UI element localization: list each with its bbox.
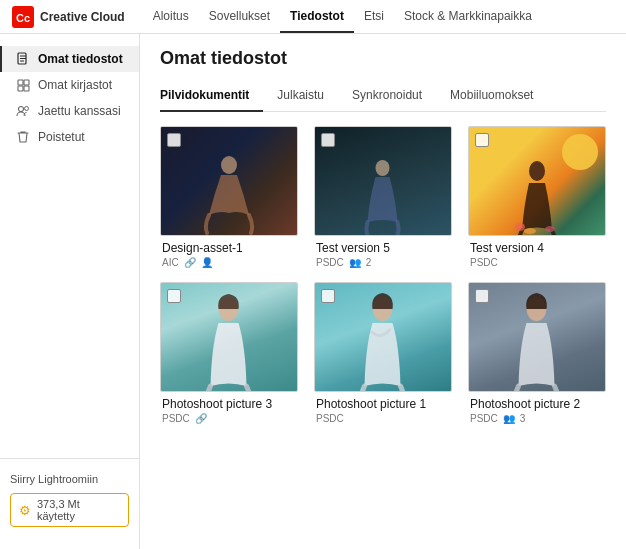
file-meta-2: PSDC 👥 2 bbox=[316, 257, 450, 268]
user-count-2: 2 bbox=[366, 257, 372, 268]
sidebar-bottom: Siirry Lightroomiin ⚙ 373,3 Mt käytetty bbox=[0, 458, 139, 537]
thumbnail-5[interactable] bbox=[314, 282, 452, 392]
svg-rect-3 bbox=[18, 80, 23, 85]
tab-synkronoidut[interactable]: Synkronoidut bbox=[338, 82, 436, 112]
file-meta-5: PSDC bbox=[316, 413, 450, 424]
card-info-3: Test version 4 PSDC bbox=[468, 236, 606, 268]
select-checkbox-2[interactable] bbox=[321, 133, 335, 147]
file-type-6: PSDC bbox=[470, 413, 498, 424]
shared-icon bbox=[16, 104, 30, 118]
storage-badge[interactable]: ⚙ 373,3 Mt käytetty bbox=[10, 493, 129, 527]
svg-point-8 bbox=[25, 107, 29, 111]
select-checkbox-4[interactable] bbox=[167, 289, 181, 303]
file-card-2: Test version 5 PSDC 👥 2 bbox=[314, 126, 452, 268]
files-grid: Design-asset-1 AIC 🔗 👤 bbox=[160, 126, 606, 424]
layout: Omat tiedostot Omat kirjastot Jaettu kan… bbox=[0, 34, 626, 549]
link-icon-1: 🔗 bbox=[184, 257, 196, 268]
card-info-5: Photoshoot picture 1 PSDC bbox=[314, 392, 452, 424]
top-nav: Cc Creative Cloud Aloitus Sovellukset Ti… bbox=[0, 0, 626, 34]
thumbnail-2[interactable] bbox=[314, 126, 452, 236]
main-content: Omat tiedostot Pilvidokumentit Julkaistu… bbox=[140, 34, 626, 549]
cc-logo-icon: Cc bbox=[12, 6, 34, 28]
file-type-1: AIC bbox=[162, 257, 179, 268]
select-checkbox-3[interactable] bbox=[475, 133, 489, 147]
thumbnail-3[interactable] bbox=[468, 126, 606, 236]
file-meta-3: PSDC bbox=[470, 257, 604, 268]
file-card-5: Photoshoot picture 1 PSDC bbox=[314, 282, 452, 424]
card-info-4: Photoshoot picture 3 PSDC 🔗 bbox=[160, 392, 298, 424]
brand[interactable]: Cc Creative Cloud bbox=[12, 6, 125, 28]
users-icon-6: 👥 bbox=[503, 413, 515, 424]
nav-etsi[interactable]: Etsi bbox=[354, 0, 394, 33]
sidebar-label-kirjastot: Omat kirjastot bbox=[38, 78, 112, 92]
file-type-3: PSDC bbox=[470, 257, 498, 268]
card-info-1: Design-asset-1 AIC 🔗 👤 bbox=[160, 236, 298, 268]
file-name-3: Test version 4 bbox=[470, 241, 604, 255]
svg-point-7 bbox=[19, 107, 24, 112]
file-name-1: Design-asset-1 bbox=[162, 241, 296, 255]
select-checkbox-6[interactable] bbox=[475, 289, 489, 303]
link-icon-4: 🔗 bbox=[195, 413, 207, 424]
file-type-4: PSDC bbox=[162, 413, 190, 424]
svg-point-9 bbox=[221, 156, 237, 174]
svg-rect-5 bbox=[18, 86, 23, 91]
nav-sovellukset[interactable]: Sovellukset bbox=[199, 0, 280, 33]
file-card-1: Design-asset-1 AIC 🔗 👤 bbox=[160, 126, 298, 268]
user-icon-1: 👤 bbox=[201, 257, 213, 268]
file-card-6: Photoshoot picture 2 PSDC 👥 3 bbox=[468, 282, 606, 424]
sidebar-item-poistetut[interactable]: Poistetut bbox=[0, 124, 139, 150]
svg-point-11 bbox=[562, 134, 598, 170]
card-info-2: Test version 5 PSDC 👥 2 bbox=[314, 236, 452, 268]
file-card-3: Test version 4 PSDC bbox=[468, 126, 606, 268]
page-title: Omat tiedostot bbox=[160, 48, 606, 69]
file-name-5: Photoshoot picture 1 bbox=[316, 397, 450, 411]
nav-tiedostot[interactable]: Tiedostot bbox=[280, 0, 354, 33]
sidebar-label-poistetut: Poistetut bbox=[38, 130, 85, 144]
svg-point-13 bbox=[515, 223, 525, 231]
gear-icon: ⚙ bbox=[19, 503, 31, 518]
sidebar: Omat tiedostot Omat kirjastot Jaettu kan… bbox=[0, 34, 140, 549]
svg-point-14 bbox=[524, 228, 536, 234]
file-type-5: PSDC bbox=[316, 413, 344, 424]
thumbnail-1[interactable] bbox=[160, 126, 298, 236]
nav-items: Aloitus Sovellukset Tiedostot Etsi Stock… bbox=[143, 0, 542, 33]
tabs: Pilvidokumentit Julkaistu Synkronoidut M… bbox=[160, 81, 606, 112]
sidebar-item-omat-kirjastot[interactable]: Omat kirjastot bbox=[0, 72, 139, 98]
file-type-2: PSDC bbox=[316, 257, 344, 268]
file-name-4: Photoshoot picture 3 bbox=[162, 397, 296, 411]
svg-text:Cc: Cc bbox=[16, 12, 30, 24]
thumbnail-6[interactable] bbox=[468, 282, 606, 392]
file-card-4: Photoshoot picture 3 PSDC 🔗 bbox=[160, 282, 298, 424]
svg-point-15 bbox=[545, 226, 555, 232]
sidebar-label-omat-tiedostot: Omat tiedostot bbox=[38, 52, 123, 66]
svg-point-12 bbox=[529, 161, 545, 181]
sidebar-item-omat-tiedostot[interactable]: Omat tiedostot bbox=[0, 46, 139, 72]
file-meta-6: PSDC 👥 3 bbox=[470, 413, 604, 424]
file-name-6: Photoshoot picture 2 bbox=[470, 397, 604, 411]
user-count-6: 3 bbox=[520, 413, 526, 424]
file-meta-4: PSDC 🔗 bbox=[162, 413, 296, 424]
file-name-2: Test version 5 bbox=[316, 241, 450, 255]
svg-point-10 bbox=[376, 160, 390, 176]
sidebar-label-jaettu: Jaettu kanssasi bbox=[38, 104, 121, 118]
sidebar-item-jaettu[interactable]: Jaettu kanssasi bbox=[0, 98, 139, 124]
file-meta-1: AIC 🔗 👤 bbox=[162, 257, 296, 268]
card-info-6: Photoshoot picture 2 PSDC 👥 3 bbox=[468, 392, 606, 424]
select-checkbox-5[interactable] bbox=[321, 289, 335, 303]
users-icon-2: 👥 bbox=[349, 257, 361, 268]
goto-lightroom[interactable]: Siirry Lightroomiin bbox=[10, 469, 129, 489]
file-icon bbox=[16, 52, 30, 66]
tab-julkaistu[interactable]: Julkaistu bbox=[263, 82, 338, 112]
svg-rect-4 bbox=[24, 80, 29, 85]
svg-rect-6 bbox=[24, 86, 29, 91]
select-checkbox-1[interactable] bbox=[167, 133, 181, 147]
library-icon bbox=[16, 78, 30, 92]
tab-mobiilit[interactable]: Mobiiluomokset bbox=[436, 82, 547, 112]
nav-aloitus[interactable]: Aloitus bbox=[143, 0, 199, 33]
thumbnail-4[interactable] bbox=[160, 282, 298, 392]
nav-stock[interactable]: Stock & Markkinapaikka bbox=[394, 0, 542, 33]
brand-label: Creative Cloud bbox=[40, 10, 125, 24]
trash-icon bbox=[16, 130, 30, 144]
storage-label: 373,3 Mt käytetty bbox=[37, 498, 120, 522]
tab-pilvidokumentit[interactable]: Pilvidokumentit bbox=[160, 82, 263, 112]
